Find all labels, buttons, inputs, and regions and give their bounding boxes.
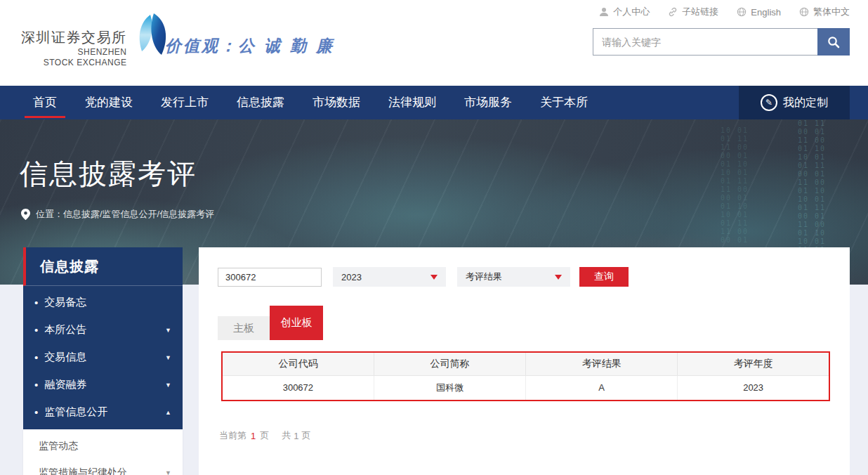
- logo-cn: 深圳证券交易所: [21, 28, 127, 47]
- result-select-value: 考评结果: [466, 271, 502, 283]
- chevron-up-icon: ▲: [165, 409, 171, 416]
- location-pin-icon: [21, 209, 30, 220]
- my-customization-button[interactable]: ✎ 我的定制: [739, 86, 850, 119]
- total-page-number: 1: [294, 431, 298, 441]
- query-filters: 2023 考评结果 查询: [218, 267, 850, 287]
- nav-item-disclosure[interactable]: 信息披露: [228, 86, 293, 119]
- english-link[interactable]: English: [737, 7, 781, 18]
- table-row: 300672 国科微 A 2023: [222, 375, 829, 401]
- nav-item-rules[interactable]: 法律规则: [380, 86, 445, 119]
- link-icon: [668, 7, 678, 17]
- cell-eval-year: 2023: [678, 375, 829, 401]
- board-tabs: 主板 创业板: [218, 306, 850, 340]
- nav-item-home[interactable]: 首页: [25, 86, 65, 119]
- chevron-down-icon: ▼: [165, 354, 171, 361]
- tab-chinext[interactable]: 创业板: [270, 306, 323, 340]
- content-card: 2023 考评结果 查询 主板 创业板 公司代码 公司简称 考评结果 考评年度 …: [199, 247, 850, 475]
- year-select-value: 2023: [341, 272, 362, 282]
- pagination-prefix: 当前第: [219, 429, 246, 442]
- header-eval-year: 考评年度: [678, 352, 829, 375]
- main-nav: 首页 党的建设 发行上市 信息披露 市场数据 法律规则 市场服务 关于本所 ✎ …: [0, 86, 868, 119]
- nav-item-party-building[interactable]: 党的建设: [77, 86, 141, 119]
- sidebar-item-trading-info[interactable]: • 交易信息 ▼: [23, 344, 183, 371]
- personal-center-label: 个人中心: [613, 6, 650, 18]
- site-search: [593, 28, 850, 56]
- site-header: 深圳证券交易所 SHENZHEN STOCK EXCHANGE 价值观：公 诚 …: [0, 0, 868, 86]
- english-label: English: [751, 7, 781, 18]
- values-slogan: 价值观：公 诚 勤 廉: [165, 35, 334, 57]
- binary-texture: 10 01 01 11 11 00 00 01 01 10 10 01 01 1…: [721, 126, 749, 245]
- personal-center-link[interactable]: 个人中心: [599, 6, 650, 18]
- subsite-links-label: 子站链接: [682, 6, 718, 18]
- caret-down-icon: [555, 275, 562, 280]
- current-page-number: 1: [251, 431, 256, 441]
- pagination: 当前第 1 页 共 1 页: [219, 429, 850, 442]
- sidebar-title: 信息披露: [23, 247, 183, 286]
- traditional-chinese-link[interactable]: 繁体中文: [799, 6, 850, 18]
- page-title: 信息披露考评: [20, 155, 197, 193]
- utility-links: 个人中心 子站链接 English 繁体中文: [599, 6, 850, 18]
- year-select[interactable]: 2023: [333, 267, 446, 287]
- sidebar: 信息披露 • 交易备忘 • 本所公告 ▼ • 交易信息 ▼ • 融资融券 ▼ •…: [23, 247, 183, 475]
- bullet-icon: •: [34, 324, 38, 336]
- tab-main-board[interactable]: 主板: [218, 316, 270, 340]
- total-prefix: 共: [282, 429, 291, 442]
- results-table: 公司代码 公司简称 考评结果 考评年度 300672 国科微 A 2023: [221, 351, 830, 401]
- caret-down-icon: [430, 275, 438, 280]
- header-company-code: 公司代码: [222, 352, 374, 375]
- logo-text: 深圳证券交易所 SHENZHEN STOCK EXCHANGE: [21, 28, 127, 68]
- subsite-links-link[interactable]: 子站链接: [668, 6, 718, 18]
- nav-item-services[interactable]: 市场服务: [456, 86, 520, 119]
- site-search-input[interactable]: [593, 28, 817, 56]
- cell-company-code: 300672: [222, 375, 374, 401]
- nav-item-market-data[interactable]: 市场数据: [304, 86, 369, 119]
- breadcrumb-text: 位置：信息披露/监管信息公开/信息披露考评: [36, 208, 214, 221]
- globe-icon: [737, 7, 747, 17]
- chevron-down-icon: ▼: [165, 327, 171, 334]
- site-search-button[interactable]: [817, 28, 850, 56]
- pencil-circle-icon: ✎: [761, 94, 777, 111]
- logo[interactable]: 深圳证券交易所 SHENZHEN STOCK EXCHANGE: [21, 13, 172, 68]
- bullet-icon: •: [34, 297, 38, 308]
- sidebar-submenu: 监管动态 监管措施与纪律处分 ▼: [23, 429, 183, 475]
- bullet-icon: •: [34, 406, 38, 418]
- query-button[interactable]: 查询: [579, 267, 629, 287]
- logo-en-2: STOCK EXCHANGE: [44, 58, 127, 68]
- breadcrumb: 位置：信息披露/监管信息公开/信息披露考评: [21, 208, 214, 221]
- sidebar-item-margin-trading[interactable]: • 融资融券 ▼: [23, 371, 183, 398]
- submenu-item-regulatory-news[interactable]: 监管动态: [23, 433, 183, 460]
- submenu-item-regulatory-measures[interactable]: 监管措施与纪律处分 ▼: [23, 460, 183, 475]
- header-eval-result: 考评结果: [526, 352, 678, 375]
- header-company-name: 公司简称: [374, 352, 525, 375]
- table-header-row: 公司代码 公司简称 考评结果 考评年度: [222, 352, 829, 375]
- total-unit: 页: [301, 429, 310, 442]
- nav-item-listing[interactable]: 发行上市: [152, 86, 217, 119]
- bullet-icon: •: [34, 351, 38, 363]
- company-code-input[interactable]: [218, 268, 322, 287]
- bullet-icon: •: [34, 379, 38, 391]
- sidebar-item-exchange-notices[interactable]: • 本所公告 ▼: [23, 316, 183, 344]
- traditional-chinese-label: 繁体中文: [813, 6, 850, 18]
- cell-eval-result: A: [526, 375, 678, 401]
- user-icon: [599, 7, 609, 17]
- search-icon: [827, 35, 841, 49]
- sidebar-menu: • 交易备忘 • 本所公告 ▼ • 交易信息 ▼ • 融资融券 ▼ • 监管信息…: [23, 286, 183, 429]
- sidebar-item-trading-memo[interactable]: • 交易备忘: [23, 289, 183, 316]
- globe-icon: [799, 7, 809, 17]
- cell-company-name: 国科微: [374, 375, 525, 401]
- sidebar-item-regulatory-info[interactable]: • 监管信息公开 ▲: [23, 398, 183, 426]
- logo-en-1: SHENZHEN: [77, 47, 126, 58]
- nav-item-about[interactable]: 关于本所: [532, 86, 596, 119]
- my-customization-label: 我的定制: [783, 96, 828, 110]
- chevron-down-icon: ▼: [165, 469, 171, 475]
- page-unit: 页: [260, 429, 269, 442]
- chevron-down-icon: ▼: [165, 382, 171, 389]
- result-select[interactable]: 考评结果: [457, 267, 570, 287]
